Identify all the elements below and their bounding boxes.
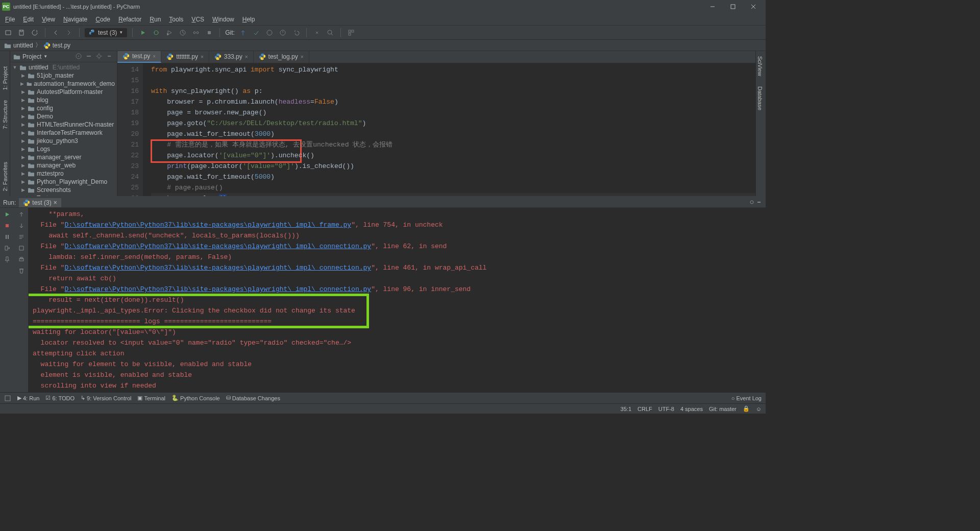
print-button[interactable] bbox=[17, 255, 26, 264]
save-button[interactable] bbox=[16, 28, 27, 38]
collapse-button[interactable] bbox=[85, 53, 93, 61]
menu-code[interactable]: Code bbox=[91, 15, 114, 24]
git-commit-button[interactable] bbox=[251, 28, 261, 38]
close-button[interactable] bbox=[743, 0, 764, 13]
git-compare-button[interactable] bbox=[264, 28, 275, 38]
status-indent[interactable]: 4 spaces bbox=[680, 406, 703, 412]
run-config-dropdown[interactable]: test (3) ▼ bbox=[85, 28, 127, 37]
status-tool-windows[interactable] bbox=[4, 395, 11, 402]
down-button[interactable] bbox=[17, 221, 26, 230]
editor-tab[interactable]: tttttttt.py× bbox=[161, 51, 209, 63]
tree-node[interactable]: ▼untitledE:\untitled bbox=[10, 63, 117, 71]
up-button[interactable] bbox=[17, 210, 26, 219]
scroll-button[interactable] bbox=[17, 244, 26, 253]
status-pyconsole[interactable]: 🐍 Python Console bbox=[172, 395, 220, 401]
search-button[interactable] bbox=[325, 28, 335, 38]
git-revert-button[interactable] bbox=[291, 28, 301, 38]
tree-node[interactable]: ▶Screenshots bbox=[10, 186, 117, 194]
menu-file[interactable]: File bbox=[1, 15, 19, 24]
minimize-button[interactable] bbox=[702, 0, 723, 13]
delete-button[interactable] bbox=[17, 266, 26, 275]
editor-tab[interactable]: 333.py× bbox=[209, 51, 254, 63]
menu-view[interactable]: View bbox=[38, 15, 59, 24]
gear-icon[interactable] bbox=[95, 53, 104, 61]
menu-refactor[interactable]: Refactor bbox=[114, 15, 145, 24]
forward-button[interactable] bbox=[64, 28, 74, 38]
status-git[interactable]: Git: master bbox=[709, 406, 737, 412]
status-lineending[interactable]: CRLF bbox=[638, 406, 652, 412]
pin-button[interactable] bbox=[3, 255, 12, 264]
concurrency-button[interactable] bbox=[191, 28, 201, 38]
status-todo[interactable]: ☑ 6: TODO bbox=[45, 395, 75, 401]
ide-settings-button[interactable] bbox=[312, 28, 322, 38]
side-tab-structure[interactable]: 7: Structure bbox=[1, 95, 9, 134]
tree-node[interactable]: ▶mztestpro bbox=[10, 170, 117, 178]
tree-node[interactable]: ▶Logs bbox=[10, 145, 117, 153]
debug-button[interactable] bbox=[151, 28, 161, 38]
hide-button[interactable] bbox=[755, 199, 763, 207]
tree-node[interactable]: ▼Test bbox=[10, 194, 117, 196]
hector-icon[interactable]: ☺ bbox=[756, 406, 762, 412]
editor-tab[interactable]: test.py× bbox=[117, 51, 161, 63]
status-dbchanges[interactable]: ⛁ Database Changes bbox=[226, 395, 280, 401]
sync-button[interactable] bbox=[30, 28, 40, 38]
menu-window[interactable]: Window bbox=[208, 15, 238, 24]
lock-icon[interactable]: 🔒 bbox=[743, 405, 750, 412]
status-encoding[interactable]: UTF-8 bbox=[658, 406, 674, 412]
side-tab-database[interactable]: Database bbox=[756, 81, 764, 115]
exit-button[interactable] bbox=[3, 244, 12, 253]
pause-button[interactable] bbox=[3, 232, 12, 242]
coverage-button[interactable] bbox=[164, 28, 175, 38]
run-tab[interactable]: test (3) × bbox=[19, 198, 61, 207]
menu-run[interactable]: Run bbox=[145, 15, 165, 24]
status-vcs[interactable]: ↳ 9: Version Control bbox=[81, 395, 131, 401]
breadcrumb-root[interactable]: untitled bbox=[13, 42, 33, 49]
status-terminal[interactable]: ▣ Terminal bbox=[137, 395, 165, 401]
menu-edit[interactable]: Edit bbox=[19, 15, 38, 24]
status-eventlog[interactable]: ○ Event Log bbox=[731, 395, 762, 401]
menu-tools[interactable]: Tools bbox=[165, 15, 187, 24]
profile-button[interactable] bbox=[178, 28, 188, 38]
gear-icon[interactable] bbox=[748, 199, 755, 207]
menu-help[interactable]: Help bbox=[238, 15, 259, 24]
rerun-button[interactable] bbox=[3, 210, 12, 219]
open-button[interactable] bbox=[3, 28, 13, 38]
tree-node[interactable]: ▶blog bbox=[10, 96, 117, 104]
hide-button[interactable] bbox=[106, 53, 114, 61]
git-history-button[interactable] bbox=[278, 28, 288, 38]
stop-button[interactable] bbox=[204, 28, 214, 38]
editor-tab[interactable]: test_log.py× bbox=[254, 51, 309, 63]
menu-navigate[interactable]: Navigate bbox=[59, 15, 91, 24]
project-tree[interactable]: ▼untitledE:\untitled▶51job_master▶automa… bbox=[10, 62, 117, 196]
locate-button[interactable] bbox=[75, 53, 83, 61]
tree-node[interactable]: ▶automation_framework_demo bbox=[10, 80, 117, 88]
chevron-down-icon[interactable]: ▼ bbox=[43, 54, 47, 59]
close-icon[interactable]: × bbox=[54, 199, 57, 206]
tree-node[interactable]: ▶51job_master bbox=[10, 71, 117, 80]
run-button[interactable] bbox=[138, 28, 148, 38]
back-button[interactable] bbox=[51, 28, 61, 38]
tree-node[interactable]: ▶config bbox=[10, 104, 117, 112]
structure-button[interactable] bbox=[346, 28, 356, 38]
tree-node[interactable]: ▶AutotestPlatform-master bbox=[10, 88, 117, 96]
tree-node[interactable]: ▶InterfaceTestFramework bbox=[10, 129, 117, 137]
stop-button[interactable] bbox=[3, 221, 12, 230]
side-tab-project[interactable]: 1: Project bbox=[1, 61, 9, 95]
breadcrumb-file[interactable]: test.py bbox=[53, 42, 70, 49]
run-console[interactable]: **params, File "D:\software\Python\Pytho… bbox=[29, 208, 766, 392]
maximize-button[interactable] bbox=[723, 0, 743, 13]
status-run[interactable]: ▶ 4: Run bbox=[17, 395, 39, 401]
tree-node[interactable]: ▶jiekou_python3 bbox=[10, 137, 117, 145]
side-tab-favorites[interactable]: 2: Favorites bbox=[1, 157, 9, 196]
menu-vcs[interactable]: VCS bbox=[187, 15, 208, 24]
git-update-button[interactable] bbox=[238, 28, 248, 38]
wrap-button[interactable] bbox=[17, 232, 26, 242]
side-tab-sciview[interactable]: SciView bbox=[756, 51, 764, 81]
tree-node[interactable]: ▶Demo bbox=[10, 112, 117, 120]
tree-node[interactable]: ▶manager_server bbox=[10, 153, 117, 161]
editor-code[interactable]: from playwright.sync_api import sync_pla… bbox=[143, 63, 755, 196]
tree-node[interactable]: ▶HTMLTestRunnerCN-master bbox=[10, 120, 117, 129]
tree-node[interactable]: ▶Python_Playwright_Demo bbox=[10, 178, 117, 186]
tree-node[interactable]: ▶manager_web bbox=[10, 161, 117, 170]
status-position[interactable]: 35:1 bbox=[621, 406, 631, 412]
